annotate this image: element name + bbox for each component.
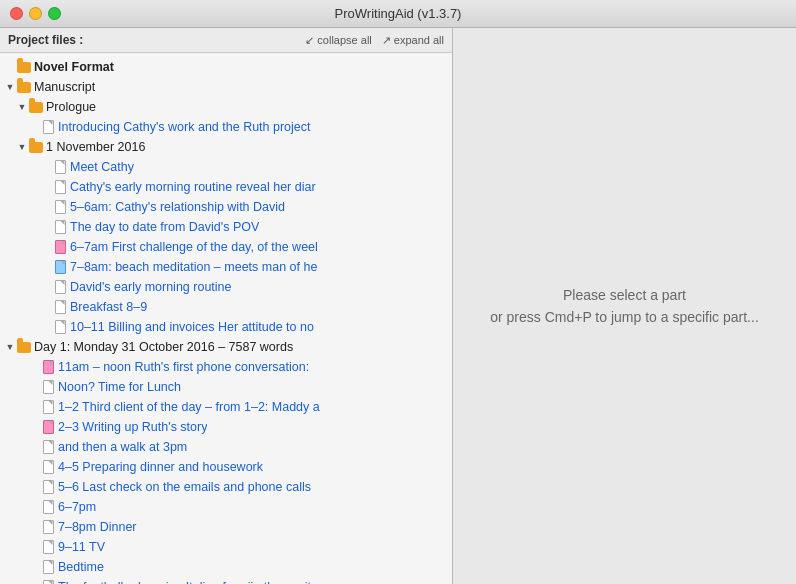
tree-item-label: 6–7am First challenge of the day, of the… — [70, 240, 318, 254]
tree-item[interactable]: 9–11 TV — [0, 537, 452, 557]
title-bar: ProWritingAid (v1.3.7) — [0, 0, 796, 28]
tree-item-label: Noon? Time for Lunch — [58, 380, 181, 394]
tree-item[interactable]: ▼Manuscript — [0, 77, 452, 97]
document-icon — [52, 159, 68, 175]
left-panel: Project files : ↙ collapse all ↗ expand … — [0, 28, 453, 584]
tree-item-label: 6–7pm — [58, 500, 96, 514]
document-icon — [40, 579, 56, 584]
document-icon — [52, 279, 68, 295]
document-pink-icon — [40, 419, 56, 435]
document-pink-icon — [40, 359, 56, 375]
tree-item-label: Novel Format — [34, 60, 114, 74]
document-icon — [40, 459, 56, 475]
tree-arrow-icon[interactable]: ▼ — [16, 141, 28, 153]
tree-item[interactable]: David's early morning routine — [0, 277, 452, 297]
tree-item[interactable]: 7–8pm Dinner — [0, 517, 452, 537]
tree-item[interactable]: and then a walk at 3pm — [0, 437, 452, 457]
file-tree: Novel Format▼Manuscript▼PrologueIntroduc… — [0, 53, 452, 584]
document-icon — [40, 439, 56, 455]
folder-icon — [28, 139, 44, 155]
folder-icon — [16, 339, 32, 355]
tree-item-label: 9–11 TV — [58, 540, 105, 554]
window-controls — [10, 7, 61, 20]
tree-item-label: 5–6 Last check on the emails and phone c… — [58, 480, 311, 494]
right-panel-message: Please select a part or press Cmd+P to j… — [490, 284, 759, 329]
maximize-button[interactable] — [48, 7, 61, 20]
tree-item-label: and then a walk at 3pm — [58, 440, 187, 454]
panel-header: Project files : ↙ collapse all ↗ expand … — [0, 28, 452, 53]
tree-item-label: 1–2 Third client of the day – from 1–2: … — [58, 400, 320, 414]
document-icon — [52, 299, 68, 315]
tree-item-label: Meet Cathy — [70, 160, 134, 174]
tree-item[interactable]: The day to date from David's POV — [0, 217, 452, 237]
tree-item-label: Prologue — [46, 100, 96, 114]
tree-item[interactable]: The footballer learning Italian [– rejig… — [0, 577, 452, 584]
right-panel-line2: or press Cmd+P to jump to a specific par… — [490, 309, 759, 325]
document-icon — [40, 559, 56, 575]
tree-item-label: 2–3 Writing up Ruth's story — [58, 420, 207, 434]
tree-item-label: The day to date from David's POV — [70, 220, 259, 234]
folder-icon — [28, 99, 44, 115]
tree-arrow-icon[interactable]: ▼ — [16, 101, 28, 113]
document-icon — [52, 319, 68, 335]
tree-item[interactable]: 10–11 Billing and invoices Her attitude … — [0, 317, 452, 337]
tree-item-label: 4–5 Preparing dinner and housework — [58, 460, 263, 474]
tree-item-label: Introducing Cathy's work and the Ruth pr… — [58, 120, 311, 134]
tree-item-label: Bedtime — [58, 560, 104, 574]
folder-icon — [16, 79, 32, 95]
tree-item[interactable]: 5–6am: Cathy's relationship with David — [0, 197, 452, 217]
document-icon — [52, 219, 68, 235]
tree-item[interactable]: 4–5 Preparing dinner and housework — [0, 457, 452, 477]
tree-item[interactable]: ▼Day 1: Monday 31 October 2016 – 7587 wo… — [0, 337, 452, 357]
tree-item[interactable]: Introducing Cathy's work and the Ruth pr… — [0, 117, 452, 137]
document-icon — [40, 519, 56, 535]
close-button[interactable] — [10, 7, 23, 20]
document-icon — [40, 119, 56, 135]
tree-arrow-icon[interactable]: ▼ — [4, 81, 16, 93]
tree-item[interactable]: ▼1 November 2016 — [0, 137, 452, 157]
document-blue-icon — [52, 259, 68, 275]
document-icon — [52, 199, 68, 215]
tree-item-label: 7–8am: beach meditation – meets man of h… — [70, 260, 317, 274]
tree-item[interactable]: Noon? Time for Lunch — [0, 377, 452, 397]
tree-item-label: 11am – noon Ruth's first phone conversat… — [58, 360, 309, 374]
document-icon — [40, 379, 56, 395]
document-icon — [40, 539, 56, 555]
tree-item[interactable]: Cathy's early morning routine reveal her… — [0, 177, 452, 197]
tree-item-label: 5–6am: Cathy's relationship with David — [70, 200, 285, 214]
main-container: Project files : ↙ collapse all ↗ expand … — [0, 28, 796, 584]
tree-item[interactable]: 7–8am: beach meditation – meets man of h… — [0, 257, 452, 277]
tree-item-label: Manuscript — [34, 80, 95, 94]
tree-item[interactable]: 2–3 Writing up Ruth's story — [0, 417, 452, 437]
document-icon — [40, 479, 56, 495]
folder-icon — [16, 59, 32, 75]
tree-item[interactable]: ▼Prologue — [0, 97, 452, 117]
expand-all-button[interactable]: ↗ expand all — [382, 34, 444, 47]
tree-item[interactable]: 11am – noon Ruth's first phone conversat… — [0, 357, 452, 377]
document-pink-icon — [52, 239, 68, 255]
right-panel-line1: Please select a part — [563, 287, 686, 303]
document-icon — [40, 399, 56, 415]
tree-item[interactable]: 1–2 Third client of the day – from 1–2: … — [0, 397, 452, 417]
tree-item-label: 7–8pm Dinner — [58, 520, 137, 534]
window-title: ProWritingAid (v1.3.7) — [335, 6, 462, 21]
tree-item[interactable]: 5–6 Last check on the emails and phone c… — [0, 477, 452, 497]
document-icon — [40, 499, 56, 515]
tree-item-label: The footballer learning Italian [– rejig… — [58, 580, 314, 584]
tree-item[interactable]: Breakfast 8–9 — [0, 297, 452, 317]
document-icon — [52, 179, 68, 195]
minimize-button[interactable] — [29, 7, 42, 20]
tree-item-label: Breakfast 8–9 — [70, 300, 147, 314]
tree-item-label: 1 November 2016 — [46, 140, 145, 154]
tree-item-label: 10–11 Billing and invoices Her attitude … — [70, 320, 314, 334]
tree-item[interactable]: 6–7am First challenge of the day, of the… — [0, 237, 452, 257]
tree-arrow-icon[interactable]: ▼ — [4, 341, 16, 353]
tree-item[interactable]: Bedtime — [0, 557, 452, 577]
tree-item[interactable]: Meet Cathy — [0, 157, 452, 177]
right-panel: Please select a part or press Cmd+P to j… — [453, 28, 796, 584]
panel-header-label: Project files : — [8, 33, 295, 47]
tree-item-label: Cathy's early morning routine reveal her… — [70, 180, 316, 194]
tree-item[interactable]: 6–7pm — [0, 497, 452, 517]
tree-item[interactable]: Novel Format — [0, 57, 452, 77]
collapse-all-button[interactable]: ↙ collapse all — [305, 34, 371, 47]
